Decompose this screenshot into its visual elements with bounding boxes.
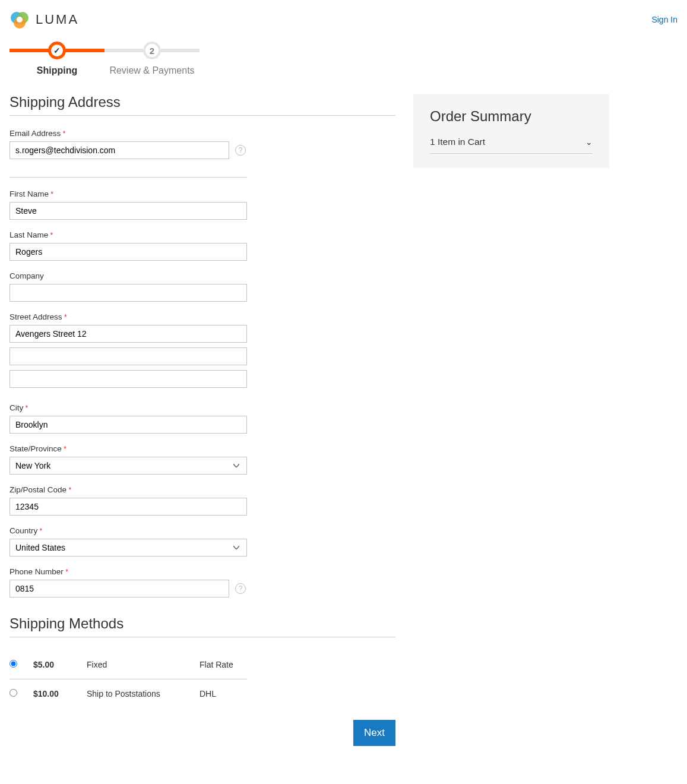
step-shipping-label: Shipping — [10, 65, 105, 76]
lastname-field[interactable] — [10, 243, 247, 261]
page-header: LUMA Sign In — [10, 10, 677, 30]
svg-point-3 — [17, 17, 23, 23]
shipping-price: $5.00 — [33, 660, 87, 669]
firstname-field[interactable] — [10, 202, 247, 220]
step-shipping[interactable]: ✓ Shipping — [10, 42, 105, 76]
step-review[interactable]: 2 Review & Payments — [105, 42, 200, 76]
logo-text: LUMA — [36, 12, 79, 27]
chevron-down-icon: ⌄ — [585, 137, 593, 147]
help-icon[interactable]: ? — [235, 583, 246, 594]
shipping-title: Ship to Poststations — [87, 689, 200, 698]
company-field[interactable] — [10, 284, 247, 302]
street-field-1[interactable] — [10, 325, 247, 343]
country-select[interactable]: United States — [10, 539, 247, 557]
phone-label: Phone Number — [10, 567, 395, 576]
checkmark-icon: ✓ — [53, 46, 61, 55]
divider — [10, 177, 247, 178]
shipping-method-row[interactable]: $5.00 Fixed Flat Rate — [10, 650, 247, 679]
order-summary: Order Summary 1 Item in Cart ⌄ — [413, 94, 609, 168]
order-summary-title: Order Summary — [430, 108, 593, 125]
shipping-address-title: Shipping Address — [10, 94, 395, 116]
zip-field[interactable] — [10, 498, 247, 516]
shipping-carrier: DHL — [200, 689, 247, 698]
company-label: Company — [10, 271, 395, 280]
state-label: State/Province — [10, 444, 395, 453]
phone-field[interactable] — [10, 580, 229, 598]
state-select[interactable]: New York — [10, 457, 247, 475]
street-field-3[interactable] — [10, 370, 247, 388]
shipping-radio-dhl[interactable] — [10, 689, 17, 697]
email-label: Email Address — [10, 129, 395, 138]
help-icon[interactable]: ? — [235, 145, 246, 156]
next-button[interactable]: Next — [353, 720, 395, 746]
firstname-label: First Name — [10, 189, 395, 198]
shipping-radio-flatrate[interactable] — [10, 660, 17, 668]
shipping-title: Fixed — [87, 660, 200, 669]
city-field[interactable] — [10, 416, 247, 434]
lastname-label: Last Name — [10, 230, 395, 239]
shipping-carrier: Flat Rate — [200, 660, 247, 669]
country-label: Country — [10, 526, 395, 535]
step-review-label: Review & Payments — [105, 65, 200, 76]
logo[interactable]: LUMA — [10, 10, 79, 30]
signin-link[interactable]: Sign In — [651, 15, 677, 24]
city-label: City — [10, 403, 395, 412]
checkout-progress: ✓ Shipping 2 Review & Payments — [10, 42, 200, 76]
street-field-2[interactable] — [10, 347, 247, 365]
shipping-methods-section: Shipping Methods $5.00 Fixed Flat Rate $… — [10, 615, 395, 746]
shipping-method-row[interactable]: $10.00 Ship to Poststations DHL — [10, 679, 247, 708]
shipping-methods-title: Shipping Methods — [10, 615, 395, 637]
street-label: Street Address — [10, 312, 395, 321]
cart-count: 1 Item in Cart — [430, 137, 485, 147]
zip-label: Zip/Postal Code — [10, 485, 395, 494]
cart-items-toggle[interactable]: 1 Item in Cart ⌄ — [430, 137, 593, 154]
shipping-price: $10.00 — [33, 689, 87, 698]
email-field[interactable] — [10, 141, 229, 159]
step-number: 2 — [143, 42, 161, 59]
logo-icon — [10, 10, 30, 30]
